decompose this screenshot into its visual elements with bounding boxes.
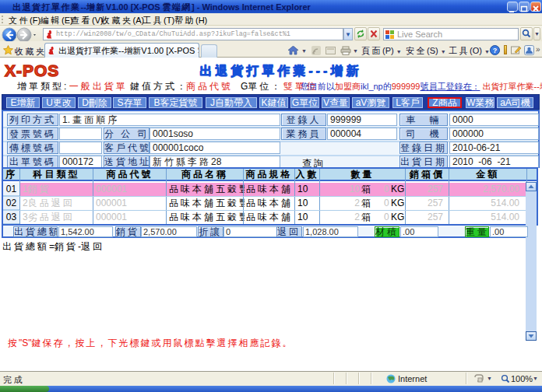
svg-text:?: ? [493,47,498,54]
